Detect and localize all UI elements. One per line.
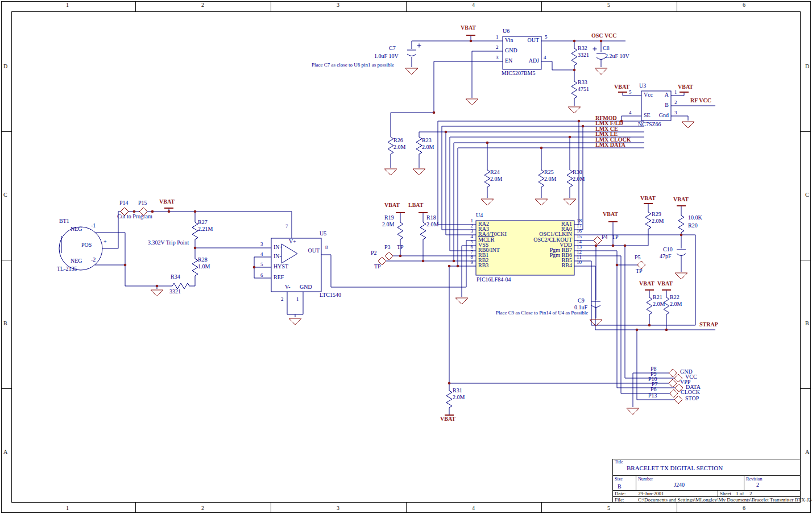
frame-col: 1 [66, 505, 69, 511]
pin-label-vcc: Vcc [644, 92, 653, 98]
label-tp: TP [612, 234, 619, 240]
note-cut-to-program: Cut to Program [117, 214, 152, 219]
pin-label-gnd: GND [300, 284, 312, 290]
net-label-lmx-data: LMX DATA [595, 142, 625, 148]
net-label-vbat: VBAT [639, 281, 654, 287]
pin-number: 2 [674, 100, 677, 105]
refdes-r27: R27 [198, 219, 208, 225]
part-u5: LTC1540 [320, 292, 341, 298]
net-label-vbat: VBAT [440, 416, 455, 422]
value-r32: 3321 [578, 52, 589, 58]
frame-col: 4 [472, 505, 475, 511]
refdes-r34: R34 [171, 274, 180, 280]
pin-label: RB3 [478, 263, 488, 268]
titleblock-date: 29-Jun-2001 [638, 491, 664, 496]
pin-label-a: A [660, 92, 669, 98]
net-label-vbat: VBAT [603, 212, 618, 217]
pin-number: 3 [260, 242, 263, 247]
value-r22: 2.0M [670, 301, 682, 307]
refdes-c9: C9 [578, 298, 585, 304]
net-label-osc-vcc: OSC VCC [591, 33, 617, 39]
value-r23: 2.0M [422, 144, 434, 150]
refdes-p13: P13 [648, 393, 657, 399]
pin-label-vplus: V+ [289, 239, 296, 244]
frame-col: 3 [337, 2, 339, 8]
pin-number: 5 [545, 35, 548, 40]
frame-row: D [805, 64, 809, 69]
refdes-r20: R20 [688, 223, 698, 229]
refdes-r28: R28 [198, 257, 208, 263]
refdes-r23: R23 [422, 138, 432, 143]
value-c8: 2.2uF 10V [605, 53, 629, 59]
net-label-vbat: VBAT [640, 196, 656, 201]
value-r20: 10.0K [688, 215, 702, 221]
value-r29: 2.0M [652, 218, 664, 224]
pin-number: 1 [674, 90, 677, 95]
battery-terminal-neg2: NEG [71, 258, 82, 264]
refdes-r24: R24 [490, 169, 500, 175]
titleblock-file-label: File: [615, 498, 624, 503]
refdes-p4: P4 [602, 234, 608, 240]
refdes-p6: P6 [651, 387, 657, 392]
value-r18: 2.0M [426, 222, 438, 227]
frame-row: B [3, 321, 7, 326]
pin-label-ref: REF [274, 275, 284, 280]
pin-number: 2 [496, 45, 499, 50]
titleblock-sheet-total: 2 [749, 491, 752, 496]
value-r21: 2.0M [653, 301, 665, 307]
value-r25: 2.0M [544, 176, 556, 182]
pin-number: 6 [260, 273, 263, 278]
pin-number: 10 [577, 260, 582, 265]
value-r31: 2.0M [453, 395, 465, 400]
pin-number: 9 [465, 260, 473, 265]
battery-terminal-pos: POS [81, 242, 92, 248]
part-u6: MIC5207BM5 [502, 71, 535, 76]
pin-label-en: EN [505, 58, 512, 64]
refdes-c10: C10 [663, 247, 673, 252]
refdes-r18: R18 [426, 215, 436, 221]
pin-label-hyst: HYST [274, 264, 288, 270]
resistor-symbols [171, 47, 684, 408]
refdes-r26: R26 [393, 138, 403, 143]
net-label-lbat: LBAT [408, 202, 424, 208]
pin-number: 4 [544, 55, 546, 60]
titleblock-size: B [618, 484, 622, 490]
net-label-vbat: VBAT [657, 281, 673, 287]
label-tp: TP [374, 264, 381, 270]
value-r30: 2.0M [573, 176, 585, 182]
pin-number: 4 [629, 110, 632, 115]
net-label-vbat: VBAT [159, 199, 175, 205]
sheet-frame [2, 2, 811, 513]
pin-number: 2 [281, 297, 284, 302]
part-bt1: TL-2135 [57, 266, 77, 272]
net-label-clock: CLOCK [681, 389, 700, 395]
net-label-vbat: VBAT [461, 25, 476, 31]
refdes-r30: R30 [573, 169, 582, 175]
refdes-c7: C7 [389, 45, 396, 51]
frame-row: A [805, 449, 809, 455]
value-r33: 4751 [578, 86, 589, 92]
frame-row: B [805, 321, 809, 326]
pin-number: 5 [629, 90, 632, 95]
net-label-strap: STRAP [699, 322, 718, 328]
pin-number: 16 [577, 229, 582, 234]
pin-label-inp: IN+ [274, 244, 283, 250]
refdes-p2: P2 [371, 250, 377, 256]
pin-label-out: OUT [522, 38, 539, 43]
refdes-r31: R31 [453, 388, 462, 393]
refdes-p14: P14 [119, 200, 129, 206]
value-r28: 1.0M [198, 264, 210, 270]
value-r19: 2.0M [382, 222, 394, 227]
label-tp: TP [636, 268, 643, 274]
value-c10: 47pF [660, 254, 672, 259]
pin-label-inm: IN- [274, 254, 281, 259]
refdes-p3: P3 [384, 244, 391, 250]
titleblock-rev: 2 [756, 482, 759, 488]
battery-terminal-num2: -2 [91, 257, 96, 263]
pin-label-gnd: GND [505, 48, 517, 53]
pin-label-out: OUT [303, 248, 320, 254]
frame-col: 5 [607, 505, 610, 511]
frame-col: 3 [337, 505, 339, 511]
pin-label-gnd: Gnd [656, 113, 669, 118]
pin-label: RB4 [521, 263, 572, 268]
